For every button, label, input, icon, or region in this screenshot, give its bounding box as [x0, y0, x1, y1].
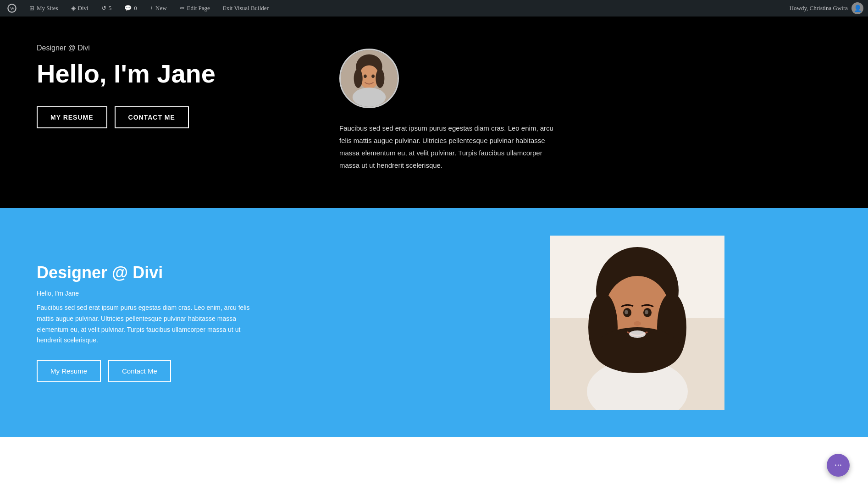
blue-name: Hello, I'm Jane — [37, 290, 425, 297]
hero-left: Designer @ Divi Hello, I'm Jane MY RESUM… — [37, 44, 312, 171]
hero-section: Designer @ Divi Hello, I'm Jane MY RESUM… — [0, 16, 868, 208]
comments-count: 0 — [134, 5, 137, 12]
new-menu[interactable]: + New — [147, 3, 170, 14]
new-label: New — [155, 5, 167, 12]
svg-point-9 — [364, 74, 367, 78]
svg-point-8 — [376, 69, 384, 88]
hero-right: Faucibus sed sed erat ipsum purus egesta… — [312, 44, 831, 171]
sites-icon: ⊞ — [29, 5, 34, 12]
avatar-svg — [341, 49, 398, 108]
wordpress-logo[interactable]: W — [5, 2, 19, 15]
my-sites-label: My Sites — [37, 5, 58, 12]
blue-section-title: Designer @ Divi — [37, 263, 425, 282]
hero-subtitle: Designer @ Divi — [37, 44, 312, 52]
hero-buttons: MY RESUME CONTACT ME — [37, 106, 312, 128]
plus-icon: + — [150, 5, 153, 12]
user-avatar[interactable]: 👤 — [851, 2, 863, 14]
svg-point-7 — [354, 69, 363, 88]
svg-point-22 — [625, 310, 628, 314]
comments-menu[interactable]: 💬 0 — [122, 3, 140, 14]
admin-bar: W ⊞ My Sites ◈ Divi ↺ 5 💬 0 + New ✏ Edit… — [0, 0, 868, 16]
blue-photo — [550, 236, 724, 410]
comments-icon: 💬 — [124, 5, 132, 12]
svg-point-6 — [353, 88, 386, 107]
blue-left: Designer @ Divi Hello, I'm Jane Faucibus… — [37, 236, 425, 410]
svg-text:W: W — [10, 6, 15, 11]
exit-builder-label: Exit Visual Builder — [223, 5, 269, 12]
hero-description: Faucibus sed sed erat ipsum purus egesta… — [339, 122, 559, 171]
exit-builder-button[interactable]: Exit Visual Builder — [220, 3, 271, 14]
blue-buttons: My Resume Contact Me — [37, 360, 425, 382]
divi-label: Divi — [78, 5, 88, 12]
svg-point-25 — [629, 330, 646, 338]
blue-contact-me-button[interactable]: Contact Me — [108, 360, 171, 382]
divi-menu[interactable]: ◈ Divi — [68, 3, 91, 14]
edit-page-label: Edit Page — [187, 5, 210, 12]
hero-title: Hello, I'm Jane — [37, 60, 312, 88]
edit-icon: ✏ — [180, 5, 185, 12]
blue-right — [443, 236, 832, 410]
admin-bar-right: Howdy, Christina Gwira 👤 — [790, 2, 863, 14]
revisions-menu[interactable]: ↺ 5 — [99, 3, 115, 14]
divi-icon: ◈ — [71, 5, 76, 12]
svg-point-10 — [371, 74, 375, 78]
blue-photo-svg — [550, 236, 724, 410]
revisions-icon: ↺ — [101, 5, 106, 12]
svg-point-23 — [645, 310, 648, 314]
edit-page-button[interactable]: ✏ Edit Page — [177, 3, 213, 14]
svg-point-24 — [634, 321, 641, 326]
blue-my-resume-button[interactable]: My Resume — [37, 360, 101, 382]
hero-avatar — [339, 49, 399, 108]
my-resume-button[interactable]: MY RESUME — [37, 106, 107, 128]
howdy-label: Howdy, Christina Gwira — [790, 5, 848, 12]
my-sites-menu[interactable]: ⊞ My Sites — [27, 3, 61, 14]
blue-section: Designer @ Divi Hello, I'm Jane Faucibus… — [0, 208, 868, 437]
blue-description: Faucibus sed sed erat ipsum purus egesta… — [37, 302, 257, 346]
page-content: Designer @ Divi Hello, I'm Jane MY RESUM… — [0, 16, 868, 437]
contact-me-button[interactable]: CONTACT ME — [115, 106, 189, 128]
revision-count: 5 — [109, 5, 112, 12]
